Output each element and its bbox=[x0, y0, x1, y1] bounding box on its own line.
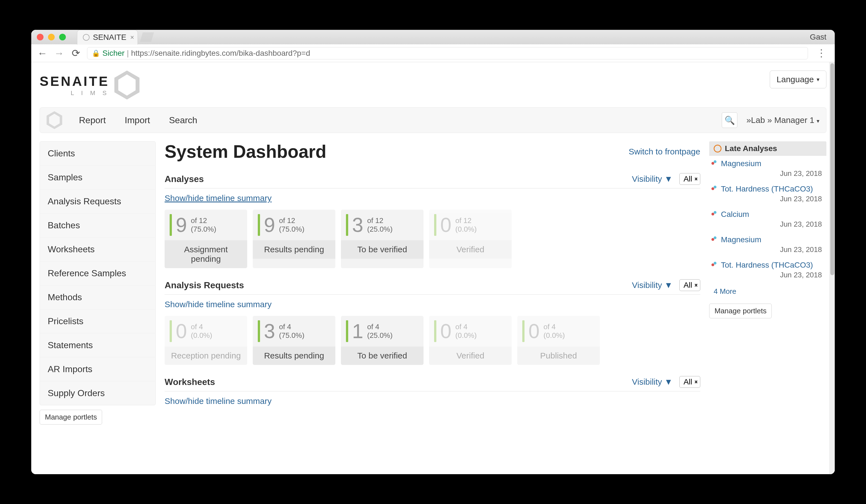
analysis-icon bbox=[711, 262, 718, 268]
card-of-total: of 12 bbox=[455, 216, 477, 225]
dashboard-card[interactable]: 0 of 4 (0.0%) Verified bbox=[429, 316, 512, 365]
sidebar-item-pricelists[interactable]: Pricelists bbox=[40, 309, 155, 333]
nav-report[interactable]: Report bbox=[71, 115, 113, 125]
card-of-total: of 4 bbox=[367, 322, 392, 331]
card-label: Assignment pending bbox=[165, 240, 247, 268]
card-number: 9 bbox=[264, 214, 275, 237]
hexagon-icon bbox=[114, 70, 140, 100]
switch-frontpage-link[interactable]: Switch to frontpage bbox=[629, 147, 700, 157]
dashboard-card[interactable]: 3 of 4 (75.0%) Results pending bbox=[253, 316, 335, 365]
late-analysis-date: Jun 23, 2018 bbox=[711, 219, 824, 232]
browser-menu-icon[interactable]: ⋮ bbox=[813, 47, 829, 59]
minimize-window-button[interactable] bbox=[48, 34, 55, 41]
card-meta: of 12 (0.0%) bbox=[455, 216, 477, 233]
main-navbar: Report Import Search 🔍 »Lab » Manager 1 … bbox=[40, 107, 826, 133]
tab-close-icon[interactable]: × bbox=[130, 33, 134, 41]
reload-button[interactable]: ⟳ bbox=[70, 47, 81, 59]
manage-portlets-button-right[interactable]: Manage portlets bbox=[709, 303, 772, 318]
sidebar-item-worksheets[interactable]: Worksheets bbox=[40, 238, 155, 262]
card-percent: (0.0%) bbox=[543, 331, 565, 340]
scrollbar[interactable] bbox=[829, 62, 835, 474]
maximize-window-button[interactable] bbox=[59, 34, 66, 41]
tab-favicon bbox=[83, 34, 90, 41]
dashboard-card[interactable]: 9 of 12 (75.0%) Assignment pending bbox=[165, 210, 247, 268]
sidebar-item-ar-imports[interactable]: AR Imports bbox=[40, 357, 155, 381]
page-content: SENAITE L I M S Language ▾ Report Import… bbox=[31, 62, 835, 474]
late-analysis-link[interactable]: Magnesium bbox=[711, 159, 824, 168]
user-label: »Lab » Manager 1 bbox=[746, 115, 814, 125]
card-bar-icon bbox=[170, 320, 172, 342]
late-analysis-link[interactable]: Tot. Hardness (THCaCO3) bbox=[711, 185, 824, 193]
late-analysis-name: Calcium bbox=[721, 210, 749, 219]
section-title: Analysis Requests bbox=[165, 280, 244, 290]
search-button[interactable]: 🔍 bbox=[722, 112, 737, 128]
filter-select[interactable]: All bbox=[679, 376, 700, 388]
profile-name[interactable]: Gast bbox=[810, 33, 826, 42]
dashboard-card[interactable]: 3 of 12 (25.0%) To be verified bbox=[341, 210, 423, 268]
filter-select[interactable]: All bbox=[679, 173, 700, 185]
nav-import[interactable]: Import bbox=[117, 115, 158, 125]
timeline-summary-link[interactable]: Show/hide timeline summary bbox=[165, 300, 271, 309]
manage-portlets-button-left[interactable]: Manage portlets bbox=[40, 410, 102, 425]
left-column: Clients Samples Analysis Requests Batche… bbox=[40, 141, 156, 425]
language-button[interactable]: Language ▾ bbox=[770, 70, 826, 88]
nav-search[interactable]: Search bbox=[161, 115, 205, 125]
visibility-toggle[interactable]: Visibility ▼ bbox=[632, 280, 673, 290]
sidebar-item-samples[interactable]: Samples bbox=[40, 165, 155, 190]
card-top: 0 of 12 (0.0%) bbox=[429, 210, 512, 240]
sidebar-item-analysis-requests[interactable]: Analysis Requests bbox=[40, 190, 155, 214]
late-analysis-link[interactable]: Magnesium bbox=[711, 235, 824, 244]
new-tab-button[interactable] bbox=[140, 32, 154, 42]
dashboard-card[interactable]: 1 of 4 (25.0%) To be verified bbox=[341, 316, 423, 365]
dashboard-card[interactable]: 0 of 4 (0.0%) Reception pending bbox=[165, 316, 247, 365]
nav-hexagon-icon[interactable] bbox=[47, 111, 62, 129]
browser-tab[interactable]: SENAITE × bbox=[77, 30, 138, 45]
sidebar-item-methods[interactable]: Methods bbox=[40, 285, 155, 309]
sidebar-item-statements[interactable]: Statements bbox=[40, 333, 155, 357]
sidebar: Clients Samples Analysis Requests Batche… bbox=[40, 141, 156, 405]
card-bar-icon bbox=[170, 214, 172, 236]
late-analysis-date: Jun 23, 2018 bbox=[711, 244, 824, 257]
timeline-summary-link[interactable]: Show/hide timeline summary bbox=[165, 397, 271, 406]
sidebar-item-clients[interactable]: Clients bbox=[40, 141, 155, 165]
timeline-summary-link[interactable]: Show/hide timeline summary bbox=[165, 193, 271, 203]
filter-select[interactable]: All bbox=[679, 279, 700, 291]
dashboard-card[interactable]: 0 of 4 (0.0%) Published bbox=[517, 316, 600, 365]
card-percent: (25.0%) bbox=[367, 225, 392, 233]
card-bar-icon bbox=[346, 320, 348, 342]
card-percent: (0.0%) bbox=[455, 225, 477, 233]
card-top: 0 of 4 (0.0%) bbox=[517, 316, 600, 346]
dashboard-card[interactable]: 0 of 12 (0.0%) Verified bbox=[429, 210, 512, 268]
address-bar[interactable]: 🔒 Sicher | https://senaite.ridingbytes.c… bbox=[87, 47, 808, 59]
user-menu[interactable]: »Lab » Manager 1 ▾ bbox=[746, 115, 819, 125]
late-analysis-link[interactable]: Tot. Hardness (THCaCO3) bbox=[711, 261, 824, 270]
back-button[interactable]: ← bbox=[37, 47, 48, 59]
sidebar-item-batches[interactable]: Batches bbox=[40, 214, 155, 238]
visibility-toggle[interactable]: Visibility ▼ bbox=[632, 174, 673, 184]
dashboard-card[interactable]: 9 of 12 (75.0%) Results pending bbox=[253, 210, 335, 268]
more-link[interactable]: 4 More bbox=[709, 285, 826, 298]
portlet-title: Late Analyses bbox=[725, 144, 777, 153]
card-number: 0 bbox=[440, 214, 452, 237]
language-label: Language bbox=[777, 75, 814, 84]
caret-down-icon: ▾ bbox=[817, 118, 819, 124]
close-window-button[interactable] bbox=[37, 34, 44, 41]
url-separator: | bbox=[127, 49, 129, 58]
forward-button[interactable]: → bbox=[54, 47, 65, 59]
logo[interactable]: SENAITE L I M S bbox=[40, 70, 140, 100]
late-analysis-link[interactable]: Calcium bbox=[711, 210, 824, 219]
scroll-thumb[interactable] bbox=[830, 63, 834, 275]
card-meta: of 12 (75.0%) bbox=[191, 216, 216, 233]
card-percent: (0.0%) bbox=[455, 331, 477, 340]
sidebar-item-supply-orders[interactable]: Supply Orders bbox=[40, 381, 155, 405]
visibility-toggle[interactable]: Visibility ▼ bbox=[632, 377, 673, 387]
card-number: 3 bbox=[264, 320, 275, 343]
section-header-worksheets: Worksheets Visibility ▼ All bbox=[165, 376, 700, 391]
section-controls: Visibility ▼ All bbox=[632, 173, 700, 185]
card-label: Results pending bbox=[253, 346, 335, 365]
card-label: To be verified bbox=[341, 240, 423, 259]
sidebar-item-reference-samples[interactable]: Reference Samples bbox=[40, 262, 155, 285]
card-label: To be verified bbox=[341, 346, 423, 365]
card-percent: (25.0%) bbox=[367, 331, 392, 340]
section-header-analyses: Analyses Visibility ▼ All bbox=[165, 173, 700, 188]
